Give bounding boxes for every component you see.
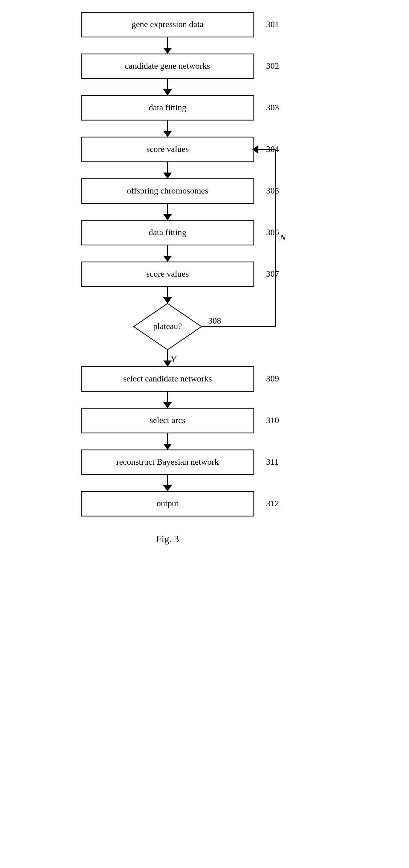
svg-rect-46 <box>81 367 254 391</box>
svg-text:select arcs: select arcs <box>150 415 185 425</box>
svg-rect-30 <box>81 262 254 286</box>
svg-text:302: 302 <box>266 61 279 70</box>
svg-text:309: 309 <box>266 374 279 383</box>
svg-rect-5 <box>81 54 254 79</box>
svg-text:offspring chromosomes: offspring chromosomes <box>127 186 209 195</box>
svg-text:306: 306 <box>266 227 279 237</box>
svg-marker-14 <box>163 131 172 137</box>
svg-marker-34 <box>163 297 172 304</box>
svg-marker-9 <box>163 89 172 95</box>
svg-rect-20 <box>81 179 254 204</box>
svg-text:Y: Y <box>170 354 177 364</box>
svg-text:308: 308 <box>208 316 221 326</box>
svg-rect-10 <box>81 95 254 120</box>
svg-marker-55 <box>163 444 172 450</box>
svg-text:data fitting: data fitting <box>149 227 186 237</box>
svg-rect-56 <box>81 450 254 474</box>
svg-text:gene expression data: gene expression data <box>131 20 203 29</box>
svg-marker-50 <box>163 402 172 408</box>
svg-rect-25 <box>81 220 254 245</box>
svg-marker-41 <box>252 145 258 154</box>
svg-text:311: 311 <box>266 457 279 466</box>
svg-text:301: 301 <box>266 20 279 29</box>
svg-text:output: output <box>156 499 179 508</box>
svg-text:score values: score values <box>146 269 189 279</box>
svg-text:data fitting: data fitting <box>149 103 186 112</box>
svg-marker-19 <box>163 173 172 179</box>
svg-rect-51 <box>81 408 254 433</box>
svg-text:310: 310 <box>266 415 279 425</box>
svg-text:candidate gene networks: candidate gene networks <box>125 61 210 70</box>
svg-marker-4 <box>163 48 172 54</box>
svg-marker-60 <box>163 485 172 492</box>
svg-marker-24 <box>163 214 172 220</box>
svg-rect-15 <box>81 137 254 162</box>
svg-text:304: 304 <box>266 144 279 154</box>
svg-rect-61 <box>81 492 254 516</box>
flow-svg: gene expression data 301 candidate gene … <box>51 0 358 838</box>
svg-text:score values: score values <box>146 144 189 154</box>
svg-text:select candidate networks: select candidate networks <box>123 374 212 383</box>
svg-marker-35 <box>134 304 201 350</box>
svg-marker-44 <box>163 361 172 367</box>
svg-text:reconstruct Bayesian network: reconstruct Bayesian network <box>117 457 219 466</box>
svg-text:312: 312 <box>266 499 279 508</box>
flowchart: gene expression data 301 candidate gene … <box>0 0 409 868</box>
svg-marker-29 <box>163 256 172 262</box>
svg-text:N: N <box>280 232 286 242</box>
svg-text:303: 303 <box>266 103 279 112</box>
svg-text:Fig. 3: Fig. 3 <box>156 533 179 545</box>
svg-rect-0 <box>81 12 254 37</box>
svg-text:plateau?: plateau? <box>153 321 182 331</box>
svg-text:307: 307 <box>266 269 279 279</box>
svg-text:305: 305 <box>266 186 279 195</box>
